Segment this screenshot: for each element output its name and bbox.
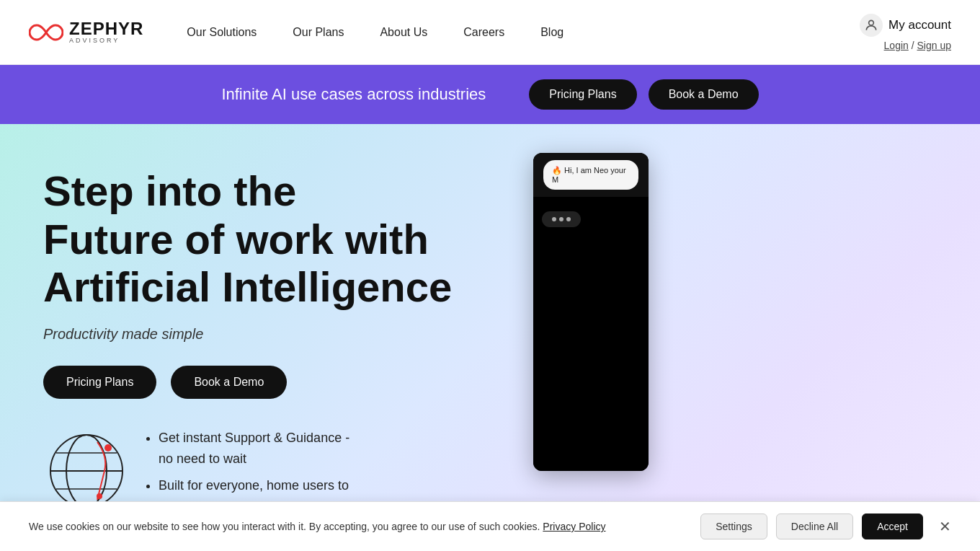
- logo-brand-name: ZEPHYR: [69, 20, 143, 38]
- svg-point-0: [869, 20, 874, 25]
- promo-banner: Infinite AI use cases across industries …: [0, 65, 980, 124]
- hero-content: Step into the Future of work with Artifi…: [0, 124, 504, 550]
- nav-link-solutions[interactable]: Our Solutions: [187, 26, 257, 38]
- nav-item-about[interactable]: About Us: [380, 26, 427, 39]
- auth-separator: /: [912, 40, 914, 51]
- signup-link[interactable]: Sign up: [917, 40, 951, 51]
- my-account-label: My account: [888, 18, 951, 32]
- bullet-item-1: Get instant Support & Guidance - no need…: [159, 428, 349, 470]
- account-icon: [860, 14, 883, 37]
- nav-link-blog[interactable]: Blog: [540, 26, 564, 38]
- cookie-decline-button[interactable]: Decline All: [776, 513, 853, 539]
- nav-links: Our Solutions Our Plans About Us Careers…: [187, 26, 564, 39]
- hero-section: Step into the Future of work with Artifi…: [0, 124, 980, 550]
- cookie-accept-button[interactable]: Accept: [862, 513, 923, 539]
- loading-dot-3: [566, 217, 571, 221]
- hero-pricing-button[interactable]: Pricing Plans: [43, 366, 156, 399]
- my-account-button[interactable]: My account: [860, 14, 951, 37]
- infinity-logo-svg: [29, 22, 63, 43]
- hero-title: Step into the Future of work with Artifi…: [43, 167, 461, 312]
- user-icon: [864, 18, 878, 32]
- bullet-list: Get instant Support & Guidance - no need…: [144, 428, 349, 501]
- logo-icon: [29, 22, 63, 43]
- hero-subtitle: Productivity made simple: [43, 326, 461, 343]
- nav-link-plans[interactable]: Our Plans: [293, 26, 344, 38]
- navbar-left: ZEPHYR ADVISORY Our Solutions Our Plans …: [29, 20, 564, 44]
- chat-message-bubble: 🔥 Hi, I am Neo your M: [543, 160, 638, 190]
- logo[interactable]: ZEPHYR ADVISORY: [29, 20, 143, 44]
- chat-header: 🔥 Hi, I am Neo your M: [533, 153, 649, 197]
- promo-demo-button[interactable]: Book a Demo: [649, 79, 759, 110]
- promo-text: Infinite AI use cases across industries: [221, 85, 486, 104]
- navbar-right: My account Login / Sign up: [860, 14, 951, 51]
- nav-item-plans[interactable]: Our Plans: [293, 26, 344, 39]
- chat-loading-indicator: [542, 211, 581, 227]
- promo-pricing-button[interactable]: Pricing Plans: [529, 79, 636, 110]
- logo-tagline: ADVISORY: [69, 38, 143, 44]
- cookie-buttons: Settings Decline All Accept ✕: [700, 513, 951, 539]
- nav-item-blog[interactable]: Blog: [540, 26, 564, 39]
- svg-point-6: [104, 444, 112, 451]
- nav-item-careers[interactable]: Careers: [463, 26, 504, 39]
- hero-title-line1: Step into the: [43, 167, 296, 214]
- login-link[interactable]: Login: [884, 40, 909, 51]
- promo-buttons: Pricing Plans Book a Demo: [529, 79, 758, 110]
- nav-link-careers[interactable]: Careers: [463, 26, 504, 38]
- auth-links: Login / Sign up: [884, 40, 951, 51]
- loading-dot-1: [552, 217, 556, 221]
- chat-window: 🔥 Hi, I am Neo your M: [533, 153, 649, 471]
- cookie-banner: We use cookies on our website to see how…: [0, 501, 980, 551]
- privacy-policy-link[interactable]: Privacy Policy: [543, 521, 605, 532]
- nav-link-about[interactable]: About Us: [380, 26, 427, 38]
- chat-body: [533, 197, 649, 471]
- hero-buttons: Pricing Plans Book a Demo: [43, 366, 461, 399]
- nav-item-solutions[interactable]: Our Solutions: [187, 26, 257, 39]
- logo-text: ZEPHYR ADVISORY: [69, 20, 143, 44]
- bullet-item-2: Built for everyone, home users to: [159, 475, 349, 496]
- hero-demo-button[interactable]: Book a Demo: [171, 366, 287, 399]
- navbar: ZEPHYR ADVISORY Our Solutions Our Plans …: [0, 0, 980, 65]
- hero-title-line3: Artificial Intelligence: [43, 263, 452, 310]
- cookie-settings-button[interactable]: Settings: [700, 513, 767, 539]
- hero-title-line2: Future of work with: [43, 216, 429, 263]
- loading-dot-2: [559, 217, 564, 221]
- cookie-close-button[interactable]: ✕: [939, 518, 951, 535]
- svg-point-7: [97, 493, 102, 499]
- cookie-text: We use cookies on our website to see how…: [29, 521, 679, 532]
